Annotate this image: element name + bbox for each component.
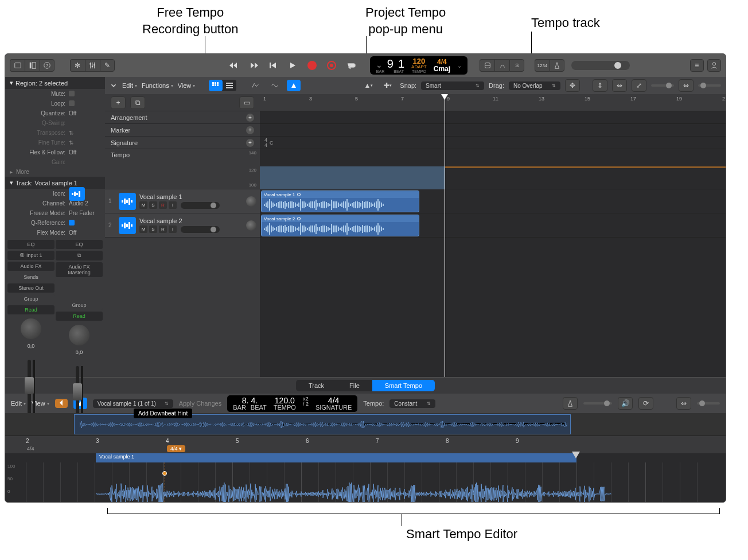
editor-zoom-h[interactable]: ⇔ [676,397,691,410]
tuner-button[interactable] [494,59,509,72]
flexmode-select[interactable]: Off [69,230,100,236]
freeze-select[interactable]: Pre Fader [69,210,100,216]
notepad-button[interactable] [707,59,721,72]
master-volume-slider[interactable] [571,61,630,70]
back-button[interactable] [55,399,68,408]
smart-controls-button[interactable] [85,59,100,72]
tempo-mode-select[interactable]: Constant [389,399,435,408]
editor-tempo-value[interactable]: 120.0 [275,396,295,405]
editor-sig[interactable]: 4/4 [328,396,339,405]
tab-smart-tempo[interactable]: Smart Tempo [372,380,435,391]
pan-knob[interactable] [69,325,89,345]
h-zoom-slider[interactable] [698,84,721,87]
sends-slot[interactable]: Sends [7,273,54,282]
eq-button[interactable]: EQ [56,240,103,249]
track-solo[interactable]: S [149,201,157,209]
metronome-button[interactable] [550,59,564,72]
track-lane-1[interactable]: Vocal sample 1 [260,189,726,213]
marker-track-header[interactable]: Marker+ [105,124,260,137]
eq-button[interactable]: EQ [7,240,54,249]
pan-knob[interactable] [21,318,41,339]
qref-checkbox[interactable] [69,220,75,225]
source-select[interactable]: Vocal sample 1 (1 of 1) [93,399,173,408]
track-icon[interactable] [119,217,136,234]
mute-checkbox[interactable] [69,91,75,96]
region-inspector-header[interactable]: ▾Region: 2 selected [5,77,105,89]
duplicate-track-button[interactable]: ⧉ [130,96,145,109]
add-track-button[interactable]: + [111,96,126,109]
track-pan[interactable] [246,220,256,231]
functions-menu[interactable]: Functions [142,82,173,89]
snap-select[interactable]: Smart [421,81,484,90]
editor-arrange-area[interactable]: Add Downbeat Hint 4/4 4/4 ▾ 23456789 Voc… [5,413,726,503]
view-menu[interactable]: View [178,82,196,89]
toolbar-settings-button[interactable]: ✻ [70,59,85,72]
list-view-button[interactable] [223,80,236,91]
editor-zoom-slider[interactable] [697,402,720,405]
track-header-2[interactable]: 2 Vocal sample 2 M S R I [105,213,260,238]
track-rec[interactable]: R [159,201,167,209]
lcd-key[interactable]: Cmaj [434,65,450,72]
metronome-icon-button[interactable] [563,397,578,410]
count-in-button[interactable]: 1234 [535,59,550,72]
editor-slider-1[interactable] [583,402,612,405]
track-pan[interactable] [246,196,256,207]
track-mute[interactable]: M [139,225,147,233]
loop-checkbox[interactable] [69,100,75,106]
audiofx-slot[interactable]: Audio FXMastering [56,262,103,277]
group-slot[interactable]: Group [7,294,54,304]
track-icon[interactable] [119,193,136,210]
add-arrangement-button[interactable]: + [246,114,254,122]
track-volume[interactable] [181,202,220,209]
track-volume[interactable] [181,226,220,233]
marquee-tool[interactable]: ✚▾ [380,79,395,92]
arrangement-lane[interactable] [260,111,726,124]
tempo-track-header[interactable]: Tempo 140 120 100 [105,149,260,189]
cycle-icon-button[interactable]: ⟳ [638,397,653,410]
flexfollow-select[interactable]: Off [69,149,100,155]
automation-mode[interactable]: Read [56,312,103,321]
downbeat-hint-marker[interactable] [162,471,167,476]
replace-button[interactable] [480,59,494,72]
output-select[interactable]: Stereo Out [7,283,54,293]
drag-mode-button[interactable]: ✥ [565,79,580,92]
quick-help-button[interactable]: ? [40,59,54,72]
lcd-beat[interactable]: 1 [398,58,404,69]
audio-region-1[interactable]: Vocal sample 1 [261,190,419,212]
edit-menu[interactable]: Edit [122,82,137,89]
play-button[interactable] [286,59,299,72]
rewind-button[interactable] [227,59,241,72]
v-zoom-slider[interactable] [651,84,674,87]
signature-track-header[interactable]: Signature+ [105,137,260,149]
edit-mode-button[interactable]: ✎ [100,59,115,72]
pointer-tool[interactable]: ▲▾ [361,79,376,92]
half-tempo-button[interactable]: / 2 [303,402,309,407]
editor-waveform-area[interactable]: 100 50 0 -50 -100 [5,462,726,503]
add-signature-button[interactable]: + [246,139,254,147]
audio-region-2[interactable]: Vocal sample 2 [261,215,419,236]
track-lane-2[interactable]: Vocal sample 2 [260,213,726,238]
audiofx-slot[interactable]: Audio FX [7,262,54,271]
add-marker-button[interactable]: + [246,126,254,134]
tempo-line[interactable] [445,166,726,168]
track-input[interactable]: I [169,201,177,209]
marker-lane[interactable] [260,124,726,137]
channel-select[interactable]: Audio 2 [69,200,100,207]
track-solo[interactable]: S [149,225,157,233]
group-slot[interactable]: Group [56,301,103,310]
solo-button[interactable]: S [509,59,524,72]
quantize-select[interactable]: Off [69,110,100,116]
zoom-h-button[interactable]: ⇔ [612,79,627,92]
signature-marker[interactable]: 4/4 ▾ [167,445,185,452]
library-button[interactable] [10,59,25,72]
zoom-button[interactable]: ⤢ [632,79,646,92]
tab-file[interactable]: File [337,380,372,391]
waveform-zoom-button[interactable]: ⇔ [679,79,694,92]
flex-button[interactable] [267,79,282,92]
tempo-region[interactable] [260,166,445,189]
tempo-lane[interactable] [260,149,726,189]
track-rec[interactable]: R [159,225,167,233]
grid-view-button[interactable] [209,80,223,91]
editor-ruler[interactable]: 4/4 4/4 ▾ 23456789 [5,436,726,453]
link-icon[interactable] [110,81,118,90]
